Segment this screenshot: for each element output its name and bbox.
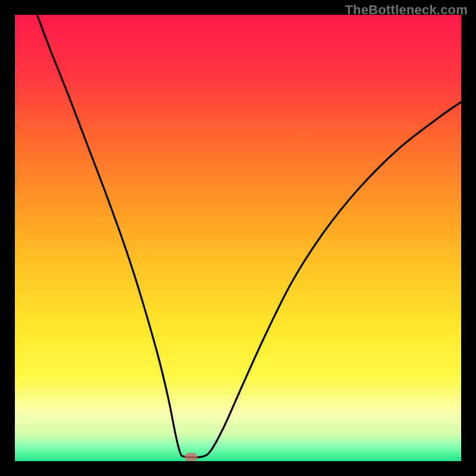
optimum-marker bbox=[184, 453, 198, 461]
bottleneck-curve bbox=[15, 15, 461, 461]
watermark-text: TheBottleneck.com bbox=[345, 2, 468, 18]
chart-frame: TheBottleneck.com bbox=[0, 0, 476, 476]
plot-area bbox=[15, 15, 461, 461]
